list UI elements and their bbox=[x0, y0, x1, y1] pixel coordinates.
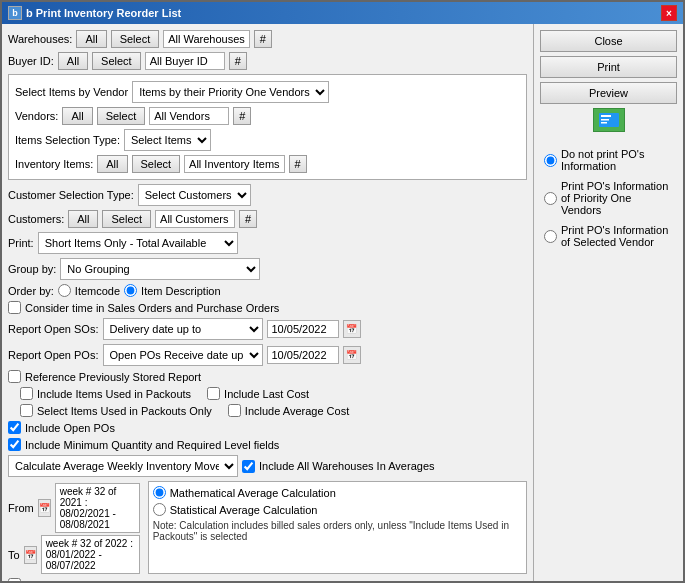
customer-selection-dropdown[interactable]: Select Customers bbox=[138, 184, 251, 206]
selected-vendor-label: Print PO's Information of Selected Vendo… bbox=[544, 224, 673, 248]
group-by-row: Group by: No Grouping bbox=[8, 258, 527, 280]
vendors-value: All Vendors bbox=[149, 107, 229, 125]
buyer-id-row: Buyer ID: All Select All Buyer ID # bbox=[8, 52, 527, 70]
include-warehouses-averages-label: Include All Warehouses In Averages bbox=[259, 460, 435, 472]
priority-one-label: Print PO's Information of Priority One V… bbox=[544, 180, 673, 216]
include-packouts-checkbox[interactable] bbox=[20, 387, 33, 400]
warehouses-all-button[interactable]: All bbox=[76, 30, 106, 48]
customer-selection-row: Customer Selection Type: Select Customer… bbox=[8, 184, 527, 206]
calc-note: Note: Calculation includes billed sales … bbox=[153, 520, 522, 542]
from-label: From bbox=[8, 502, 34, 514]
print-dropdown[interactable]: Short Items Only - Total Available bbox=[38, 232, 238, 254]
close-button[interactable]: Close bbox=[540, 30, 677, 52]
svg-rect-1 bbox=[601, 115, 611, 117]
from-week-value: week # 32 of 2021 : 08/02/2021 - 08/08/2… bbox=[55, 483, 140, 533]
include-warehouses-averages-checkbox[interactable] bbox=[242, 460, 255, 473]
group-by-label: Group by: bbox=[8, 263, 56, 275]
preview-icon[interactable] bbox=[593, 108, 625, 132]
order-by-itemcode-label: Itemcode bbox=[58, 284, 120, 297]
print-button[interactable]: Print bbox=[540, 56, 677, 78]
items-selection-dropdown[interactable]: Select Items bbox=[124, 129, 211, 151]
report-open-sos-label: Report Open SOs: bbox=[8, 323, 99, 335]
vendor-group-box: Select Items by Vendor Items by their Pr… bbox=[8, 74, 527, 180]
po-radio-group: Do not print PO's Information Print PO's… bbox=[540, 144, 677, 252]
left-panel: Warehouses: All Select All Warehouses # … bbox=[2, 24, 533, 581]
mathematical-avg-text: Mathematical Average Calculation bbox=[170, 487, 336, 499]
warehouses-value: All Warehouses bbox=[163, 30, 250, 48]
mathematical-avg-radio[interactable] bbox=[153, 486, 166, 499]
report-open-sos-dropdown[interactable]: Delivery date up to bbox=[103, 318, 263, 340]
title-bar-left: b b Print Inventory Reorder List bbox=[8, 6, 181, 20]
report-open-pos-dropdown[interactable]: Open POs Receive date up to bbox=[103, 344, 263, 366]
mathematical-avg-label: Mathematical Average Calculation bbox=[153, 486, 522, 499]
selected-vendor-radio[interactable] bbox=[544, 230, 557, 243]
group-by-dropdown[interactable]: No Grouping bbox=[60, 258, 260, 280]
to-week-value: week # 32 of 2022 : 08/01/2022 - 08/07/2… bbox=[41, 535, 140, 574]
customers-all-button[interactable]: All bbox=[68, 210, 98, 228]
items-selection-label: Items Selection Type: bbox=[15, 134, 120, 146]
consider-time-label: Consider time in Sales Orders and Purcha… bbox=[25, 302, 279, 314]
selected-vendor-text: Print PO's Information of Selected Vendo… bbox=[561, 224, 673, 248]
report-open-pos-date[interactable] bbox=[267, 346, 339, 364]
include-open-pos-row: Include Open POs bbox=[8, 421, 527, 434]
priority-one-text: Print PO's Information of Priority One V… bbox=[561, 180, 673, 216]
buyer-id-all-button[interactable]: All bbox=[58, 52, 88, 70]
reference-stored-label: Reference Previously Stored Report bbox=[25, 371, 201, 383]
include-min-qty-checkbox[interactable] bbox=[8, 438, 21, 451]
priority-one-radio[interactable] bbox=[544, 192, 557, 205]
calculate-dropdown[interactable]: Calculate Average Weekly Inventory Movem… bbox=[8, 455, 238, 477]
include-packouts-label: Include Items Used in Packouts bbox=[37, 388, 191, 400]
do-not-print-label: Do not print PO's Information bbox=[544, 148, 673, 172]
do-not-print-text: Do not print PO's Information bbox=[561, 148, 673, 172]
customers-hash-button[interactable]: # bbox=[239, 210, 257, 228]
buyer-id-hash-button[interactable]: # bbox=[229, 52, 247, 70]
reference-stored-checkbox[interactable] bbox=[8, 370, 21, 383]
report-total-checkbox[interactable] bbox=[8, 578, 21, 581]
consider-time-checkbox[interactable] bbox=[8, 301, 21, 314]
report-open-pos-calendar-icon[interactable]: 📅 bbox=[343, 346, 361, 364]
order-by-description-text: Item Description bbox=[141, 285, 220, 297]
inventory-hash-button[interactable]: # bbox=[289, 155, 307, 173]
items-selection-row: Items Selection Type: Select Items bbox=[15, 129, 520, 151]
title-close-button[interactable]: × bbox=[661, 5, 677, 21]
select-packouts-only-checkbox[interactable] bbox=[20, 404, 33, 417]
content-area: Warehouses: All Select All Warehouses # … bbox=[2, 24, 683, 581]
calculate-row: Calculate Average Weekly Inventory Movem… bbox=[8, 455, 527, 477]
customers-row: Customers: All Select All Customers # bbox=[8, 210, 527, 228]
buyer-id-select-button[interactable]: Select bbox=[92, 52, 141, 70]
to-calendar-icon[interactable]: 📅 bbox=[24, 546, 37, 564]
order-by-itemcode-radio[interactable] bbox=[58, 284, 71, 297]
main-window: b b Print Inventory Reorder List × Wareh… bbox=[0, 0, 685, 583]
include-last-cost-checkbox[interactable] bbox=[207, 387, 220, 400]
window-title: b Print Inventory Reorder List bbox=[26, 7, 181, 19]
warehouses-select-button[interactable]: Select bbox=[111, 30, 160, 48]
statistical-avg-radio[interactable] bbox=[153, 503, 166, 516]
do-not-print-radio[interactable] bbox=[544, 154, 557, 167]
preview-button[interactable]: Preview bbox=[540, 82, 677, 104]
order-by-description-radio[interactable] bbox=[124, 284, 137, 297]
report-open-sos-date[interactable] bbox=[267, 320, 339, 338]
inventory-select-button[interactable]: Select bbox=[132, 155, 181, 173]
vendors-hash-button[interactable]: # bbox=[233, 107, 251, 125]
statistical-avg-text: Statistical Average Calculation bbox=[170, 504, 318, 516]
from-calendar-icon[interactable]: 📅 bbox=[38, 499, 51, 517]
customers-select-button[interactable]: Select bbox=[102, 210, 151, 228]
vendors-select-button[interactable]: Select bbox=[97, 107, 146, 125]
print-row: Print: Short Items Only - Total Availabl… bbox=[8, 232, 527, 254]
report-open-sos-calendar-icon[interactable]: 📅 bbox=[343, 320, 361, 338]
include-average-cost-checkbox[interactable] bbox=[228, 404, 241, 417]
inventory-all-button[interactable]: All bbox=[97, 155, 127, 173]
select-items-vendor-dropdown[interactable]: Items by their Priority One Vendors bbox=[132, 81, 329, 103]
to-label: To bbox=[8, 549, 20, 561]
calc-radio-box: Mathematical Average Calculation Statist… bbox=[148, 481, 527, 574]
customers-value: All Customers bbox=[155, 210, 235, 228]
to-row: To 📅 week # 32 of 2022 : 08/01/2022 - 08… bbox=[8, 535, 140, 574]
include-min-qty-row: Include Minimum Quantity and Required Le… bbox=[8, 438, 527, 451]
include-last-cost-label: Include Last Cost bbox=[224, 388, 309, 400]
right-panel: Close Print Preview Do not print PO's In… bbox=[533, 24, 683, 581]
app-icon: b bbox=[8, 6, 22, 20]
warehouses-hash-button[interactable]: # bbox=[254, 30, 272, 48]
vendors-all-button[interactable]: All bbox=[62, 107, 92, 125]
customer-selection-label: Customer Selection Type: bbox=[8, 189, 134, 201]
include-open-pos-checkbox[interactable] bbox=[8, 421, 21, 434]
